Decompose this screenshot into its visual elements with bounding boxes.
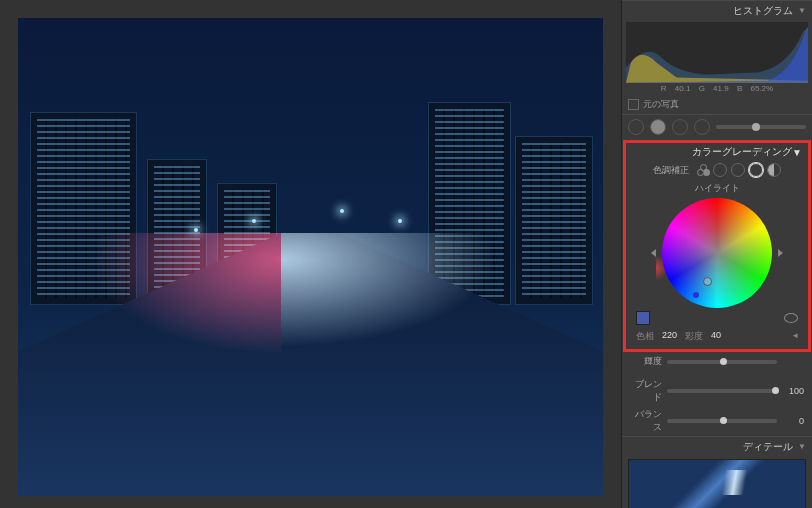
- original-photo-toggle[interactable]: 元の写真: [622, 95, 812, 114]
- checkbox-icon: [628, 99, 639, 110]
- detail-header[interactable]: ディテール ▼: [622, 436, 812, 456]
- highlights-wheel-icon[interactable]: [749, 163, 763, 177]
- chevron-left-icon: ◂: [793, 330, 798, 343]
- chevron-down-icon: ▼: [792, 147, 802, 158]
- region-selector: 色調補正: [626, 161, 808, 179]
- blend-slider[interactable]: ブレンド 100: [622, 376, 812, 406]
- color-grading-header[interactable]: カラーグレーディング ▼: [626, 143, 808, 161]
- chevron-down-icon: ▼: [798, 6, 806, 15]
- region-label: ハイライト: [626, 179, 808, 198]
- histogram-header[interactable]: ヒストグラム ▼: [622, 0, 812, 20]
- chevron-down-icon: ▼: [798, 442, 806, 451]
- luminance-slider[interactable]: 輝度: [622, 353, 812, 370]
- right-panel: ヒストグラム ▼ R 40.1 G 41.9 B 65.2% 元の写真: [621, 0, 812, 508]
- tone-slider[interactable]: [716, 125, 806, 129]
- rgb-readout: R 40.1 G 41.9 B 65.2%: [622, 82, 812, 95]
- hue-sat-values: 色相220 彩度40 ◂: [626, 328, 808, 345]
- eye-icon[interactable]: [784, 313, 798, 323]
- three-way-icon[interactable]: [697, 164, 709, 176]
- shadows-wheel-icon[interactable]: [713, 163, 727, 177]
- color-swatch[interactable]: [636, 311, 650, 325]
- tone-dot[interactable]: [628, 119, 644, 135]
- color-grading-panel: カラーグレーディング ▼ 色調補正 ハイライト: [623, 140, 811, 352]
- tone-strip[interactable]: [622, 114, 812, 139]
- midtones-wheel-icon[interactable]: [731, 163, 745, 177]
- histogram-title: ヒストグラム: [733, 4, 793, 18]
- balance-slider[interactable]: バランス 0: [622, 406, 812, 436]
- detail-thumbnail[interactable]: [628, 459, 806, 508]
- color-wheel-point: [693, 292, 699, 298]
- color-wheel[interactable]: [662, 198, 772, 308]
- preview-area: [0, 0, 621, 508]
- tone-dot[interactable]: [694, 119, 710, 135]
- global-wheel-icon[interactable]: [767, 163, 781, 177]
- histogram-graph[interactable]: [626, 22, 808, 82]
- tone-dot-active[interactable]: [650, 119, 666, 135]
- color-wheel-handle[interactable]: [703, 277, 712, 286]
- next-region-button[interactable]: [778, 249, 783, 257]
- photo-preview[interactable]: [18, 18, 603, 496]
- tone-dot[interactable]: [672, 119, 688, 135]
